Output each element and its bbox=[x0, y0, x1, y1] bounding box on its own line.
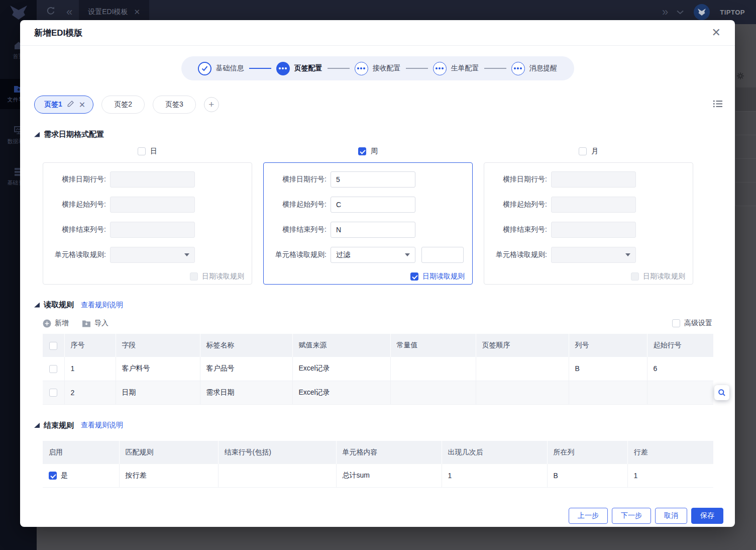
read-rules-toolbar: 新增 导入 高级设置 bbox=[43, 319, 712, 328]
start-col-input[interactable] bbox=[551, 197, 636, 213]
sheet-tab-3[interactable]: 页签3 bbox=[153, 96, 196, 114]
row-number-input[interactable]: 5 bbox=[331, 171, 415, 188]
read-rules-table: 序号 字段 标签名称 赋值来源 常量值 页签顺序 列号 起始行号 1 客户料号 bbox=[43, 334, 713, 405]
search-fab-button[interactable] bbox=[714, 385, 729, 400]
date-panel-week: 横排日期行号: 5 横排起始列号: C 横排结束列号: N 单元格读取规则: 过… bbox=[263, 162, 473, 285]
step-receive-config[interactable]: 接收配置 bbox=[355, 62, 401, 75]
checkbox-disabled-icon[interactable] bbox=[190, 272, 198, 281]
sheet-tab-2[interactable]: 页签2 bbox=[101, 96, 145, 114]
cancel-button[interactable]: 取消 bbox=[655, 508, 687, 524]
step-message-remind[interactable]: 消息提醒 bbox=[511, 62, 558, 75]
add-row-button[interactable]: 新增 bbox=[43, 319, 69, 328]
caret-down-icon bbox=[625, 253, 630, 256]
row-number-input[interactable] bbox=[110, 171, 195, 188]
edit-pencil-icon[interactable] bbox=[67, 100, 74, 109]
remove-sheet-icon[interactable]: ✕ bbox=[79, 100, 85, 110]
table-row[interactable]: 1 客户料号 客户品号 Excel记录 B 6 bbox=[43, 357, 713, 381]
search-icon bbox=[718, 389, 726, 397]
section-triangle-icon bbox=[34, 132, 40, 137]
date-read-rule-checkbox[interactable]: 日期读取规则 bbox=[43, 272, 244, 281]
brand-logo-icon[interactable] bbox=[694, 4, 710, 20]
date-read-rule-checkbox[interactable]: 日期读取规则 bbox=[264, 272, 465, 281]
table-header-row: 启用 匹配规则 结束行号(包括) 单元格内容 出现几次后 所在列 行差 bbox=[43, 441, 713, 464]
date-panel-month: 横排日期行号: 横排起始列号: 横排结束列号: 单元格读取规则: 日期读取规则 bbox=[484, 162, 693, 285]
end-col-input[interactable] bbox=[551, 222, 636, 238]
add-edi-template-modal: 新增EDI模版 ✕ 基础信息 页签配置 接收配置 bbox=[20, 20, 735, 527]
next-step-button[interactable]: 下一步 bbox=[612, 508, 651, 524]
mode-week-checkbox[interactable]: 周 bbox=[263, 147, 473, 156]
end-col-input[interactable]: N bbox=[331, 222, 415, 238]
date-read-rule-checkbox[interactable]: 日期读取规则 bbox=[484, 272, 685, 281]
section-title: 结束规则 bbox=[44, 421, 74, 430]
row-number-input[interactable] bbox=[551, 171, 636, 188]
step-connector bbox=[484, 68, 506, 69]
cell-read-rule-select[interactable] bbox=[110, 247, 195, 263]
list-view-icon[interactable] bbox=[713, 100, 722, 110]
row-checkbox[interactable] bbox=[49, 389, 57, 397]
end-rules-section-header: 结束规则 查看规则说明 bbox=[34, 421, 735, 430]
sheet-tab-1[interactable]: 页签1 ✕ bbox=[34, 96, 93, 114]
step-pending-dots-icon bbox=[355, 62, 368, 75]
expand-tabs-icon[interactable]: » bbox=[662, 7, 667, 18]
end-rules-table: 启用 匹配规则 结束行号(包括) 单元格内容 出现几次后 所在列 行差 是 按行… bbox=[43, 441, 713, 488]
modal-title: 新增EDI模版 bbox=[34, 27, 82, 39]
save-button[interactable]: 保存 bbox=[691, 508, 723, 524]
refresh-icon[interactable] bbox=[45, 6, 56, 19]
step-basic-info[interactable]: 基础信息 bbox=[198, 62, 244, 75]
prev-step-button[interactable]: 上一步 bbox=[569, 508, 608, 524]
gear-icon[interactable] bbox=[736, 71, 745, 82]
section-triangle-icon bbox=[34, 423, 40, 428]
wizard-stepper: 基础信息 页签配置 接收配置 生单配置 消息提醒 bbox=[181, 56, 574, 80]
checkbox-checked-icon[interactable] bbox=[358, 147, 366, 155]
cell-read-rule-select[interactable]: 过滤 bbox=[331, 247, 415, 263]
step-connector bbox=[249, 68, 271, 69]
document-tab-label: 设置EDI模板 bbox=[88, 8, 128, 17]
caret-down-icon bbox=[184, 253, 189, 256]
select-all-checkbox[interactable] bbox=[49, 342, 57, 350]
read-rules-section-header: 读取规则 查看规则说明 bbox=[34, 300, 735, 310]
step-active-dots-icon bbox=[276, 62, 290, 75]
advanced-settings-checkbox[interactable]: 高级设置 bbox=[672, 319, 712, 328]
section-title: 需求日期格式配置 bbox=[44, 130, 104, 139]
collapse-tabs-icon[interactable]: « bbox=[66, 7, 71, 18]
checkbox-icon[interactable] bbox=[138, 147, 146, 155]
folder-import-icon bbox=[82, 320, 91, 327]
enable-checkbox[interactable] bbox=[49, 472, 57, 480]
start-col-input[interactable]: C bbox=[331, 197, 415, 213]
checkbox-icon[interactable] bbox=[579, 147, 587, 155]
end-col-input[interactable] bbox=[110, 222, 195, 238]
step-sheet-config[interactable]: 页签配置 bbox=[276, 62, 322, 75]
read-rules-help-link[interactable]: 查看规则说明 bbox=[81, 301, 123, 310]
add-sheet-button[interactable]: + bbox=[204, 97, 219, 112]
rule-extra-input[interactable] bbox=[421, 247, 464, 263]
mode-month-checkbox[interactable]: 月 bbox=[484, 147, 693, 156]
table-row[interactable]: 是 按行差 总计sum 1 B 1 bbox=[43, 464, 713, 488]
screen: « 设置EDI模板 ✕ » TIPTOP 首页 文件导入 bbox=[0, 0, 756, 550]
background-table bbox=[735, 87, 756, 206]
step-connector bbox=[406, 68, 428, 69]
brand-name: TIPTOP bbox=[720, 9, 745, 16]
modal-footer: 上一步 下一步 取消 保存 bbox=[20, 508, 723, 524]
step-done-check-icon bbox=[198, 62, 211, 75]
modal-close-icon[interactable]: ✕ bbox=[712, 27, 721, 38]
mode-day-checkbox[interactable]: 日 bbox=[43, 147, 252, 156]
cell-read-rule-select[interactable] bbox=[551, 247, 636, 263]
checkbox-checked-icon[interactable] bbox=[410, 272, 418, 281]
modal-header: 新增EDI模版 ✕ bbox=[20, 20, 735, 46]
step-pending-dots-icon bbox=[511, 62, 525, 75]
checkbox-icon[interactable] bbox=[672, 319, 680, 327]
section-triangle-icon bbox=[34, 303, 40, 308]
date-panel-day: 横排日期行号: 横排起始列号: 横排结束列号: 单元格读取规则: 日期读取规则 bbox=[43, 162, 252, 285]
end-rules-help-link[interactable]: 查看规则说明 bbox=[81, 421, 123, 430]
section-title: 读取规则 bbox=[44, 300, 74, 310]
start-col-input[interactable] bbox=[110, 197, 195, 213]
date-format-section-header: 需求日期格式配置 bbox=[34, 130, 735, 139]
chevron-down-icon[interactable] bbox=[677, 8, 684, 17]
row-checkbox[interactable] bbox=[49, 365, 57, 373]
close-tab-icon[interactable]: ✕ bbox=[134, 8, 141, 17]
step-order-config[interactable]: 生单配置 bbox=[433, 62, 479, 75]
date-format-panels: 横排日期行号: 横排起始列号: 横排结束列号: 单元格读取规则: 日期读取规则 … bbox=[20, 162, 735, 285]
checkbox-disabled-icon[interactable] bbox=[631, 272, 639, 281]
table-row[interactable]: 2 日期 需求日期 Excel记录 bbox=[43, 381, 713, 404]
import-button[interactable]: 导入 bbox=[82, 319, 109, 328]
